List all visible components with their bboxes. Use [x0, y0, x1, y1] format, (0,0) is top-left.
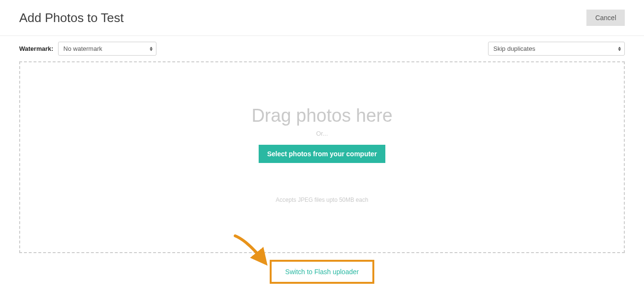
watermark-label: Watermark: [19, 45, 53, 52]
watermark-select[interactable]: No watermark [58, 42, 156, 56]
page-title: Add Photos to Test [19, 11, 124, 25]
duplicates-select-wrapper: Skip duplicates [488, 42, 625, 56]
switch-link-highlight-box: Switch to Flash uploader [270, 260, 374, 284]
page-header: Add Photos to Test Cancel [0, 0, 644, 36]
controls-bar: Watermark: No watermark Skip duplicates [0, 36, 644, 61]
switch-to-flash-link[interactable]: Switch to Flash uploader [285, 268, 358, 276]
photo-dropzone[interactable]: Drag photos here Or... Select photos fro… [19, 61, 625, 253]
duplicates-select[interactable]: Skip duplicates [488, 42, 625, 56]
accepts-text: Accepts JPEG files upto 50MB each [276, 197, 369, 203]
watermark-control: Watermark: No watermark [19, 42, 156, 56]
duplicates-control: Skip duplicates [488, 42, 625, 56]
footer-link-area: Switch to Flash uploader [0, 260, 644, 284]
watermark-select-wrapper: No watermark [58, 42, 156, 56]
select-photos-button[interactable]: Select photos from your computer [259, 145, 386, 163]
or-text: Or... [316, 130, 328, 137]
drag-photos-text: Drag photos here [251, 105, 393, 126]
cancel-button[interactable]: Cancel [586, 10, 625, 26]
